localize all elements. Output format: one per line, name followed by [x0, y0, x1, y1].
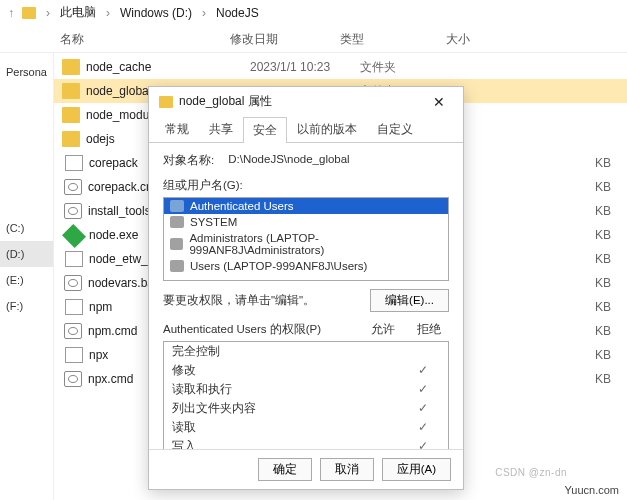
- permission-name: 读取: [172, 420, 196, 435]
- user-item[interactable]: Users (LAPTOP-999ANF8J\Users): [164, 258, 448, 274]
- allow-check-icon: ✓: [418, 401, 428, 416]
- user-item[interactable]: SYSTEM: [164, 214, 448, 230]
- file-size: KB: [595, 204, 611, 218]
- user-item[interactable]: Authenticated Users: [164, 198, 448, 214]
- permission-row: 完全控制: [164, 342, 448, 361]
- allow-header: 允许: [371, 322, 395, 337]
- sidebar-item[interactable]: (C:): [0, 215, 53, 241]
- permission-row: 列出文件夹内容✓: [164, 399, 448, 418]
- user-icon: [170, 260, 184, 272]
- user-label: Authenticated Users: [190, 200, 294, 212]
- watermark: Yuucn.com: [565, 484, 619, 496]
- sidebar-item[interactable]: (D:): [0, 241, 53, 267]
- file-size: KB: [595, 372, 611, 386]
- user-label: Users (LAPTOP-999ANF8J\Users): [190, 260, 367, 272]
- permission-name: 写入: [172, 439, 196, 449]
- file-icon: [65, 347, 83, 363]
- folder-icon: [62, 131, 80, 147]
- tab-general[interactable]: 常规: [155, 116, 199, 142]
- folder-icon: [62, 83, 80, 99]
- sidebar-item[interactable]: Persona: [0, 59, 53, 85]
- file-row[interactable]: node_cache2023/1/1 10:23文件夹: [54, 55, 627, 79]
- sidebar-item[interactable]: (E:): [0, 267, 53, 293]
- file-size: KB: [595, 276, 611, 290]
- file-size: KB: [595, 228, 611, 242]
- folder-icon: [159, 96, 173, 108]
- user-icon: [170, 200, 184, 212]
- permission-name: 完全控制: [172, 344, 220, 359]
- permission-name: 列出文件夹内容: [172, 401, 256, 416]
- group-users-label: 组或用户名(G):: [163, 178, 449, 193]
- allow-check-icon: ✓: [418, 420, 428, 435]
- sidebar-item[interactable]: (F:): [0, 293, 53, 319]
- column-headers: 名称 修改日期 类型 大小: [0, 27, 627, 53]
- user-label: Administrators (LAPTOP-999ANF8J\Administ…: [189, 232, 442, 256]
- tab-custom[interactable]: 自定义: [367, 116, 423, 142]
- permission-row: 修改✓: [164, 361, 448, 380]
- dialog-title: node_global 属性: [179, 93, 272, 110]
- edit-hint: 要更改权限，请单击"编辑"。: [163, 293, 315, 308]
- properties-dialog: node_global 属性 ✕ 常规 共享 安全 以前的版本 自定义 对象名称…: [148, 86, 464, 490]
- header-name[interactable]: 名称: [60, 31, 230, 48]
- file-icon: [65, 299, 83, 315]
- file-size: KB: [595, 252, 611, 266]
- object-name-value: D:\NodeJS\node_global: [228, 153, 349, 168]
- dialog-tabs: 常规 共享 安全 以前的版本 自定义: [149, 116, 463, 143]
- cancel-button[interactable]: 取消: [320, 458, 374, 481]
- user-icon: [170, 216, 184, 228]
- file-name: node_cache: [86, 60, 250, 74]
- header-date[interactable]: 修改日期: [230, 31, 340, 48]
- file-size: KB: [595, 300, 611, 314]
- ok-button[interactable]: 确定: [258, 458, 312, 481]
- gear-icon: [64, 275, 82, 291]
- header-type[interactable]: 类型: [340, 31, 410, 48]
- allow-check-icon: ✓: [418, 382, 428, 397]
- permission-name: 读取和执行: [172, 382, 232, 397]
- header-size[interactable]: 大小: [410, 31, 470, 48]
- edit-button[interactable]: 编辑(E)...: [370, 289, 449, 312]
- permission-name: 修改: [172, 363, 196, 378]
- chevron-right-icon: ›: [104, 6, 112, 20]
- tab-security[interactable]: 安全: [243, 117, 287, 143]
- user-item[interactable]: Administrators (LAPTOP-999ANF8J\Administ…: [164, 230, 448, 258]
- user-icon: [170, 238, 183, 250]
- object-name-label: 对象名称:: [163, 153, 214, 168]
- crumb-pc[interactable]: 此电脑: [60, 4, 96, 21]
- tab-previous-versions[interactable]: 以前的版本: [287, 116, 367, 142]
- folder-icon: [62, 107, 80, 123]
- permission-row: 读取✓: [164, 418, 448, 437]
- gear-icon: [64, 371, 82, 387]
- folder-icon: [22, 7, 36, 19]
- file-type: 文件夹: [360, 59, 430, 76]
- dialog-titlebar: node_global 属性 ✕: [149, 87, 463, 116]
- faint-watermark: CSDN @zn-dn: [495, 467, 567, 478]
- tab-share[interactable]: 共享: [199, 116, 243, 142]
- deny-header: 拒绝: [417, 322, 441, 337]
- gear-icon: [64, 203, 82, 219]
- drive-sidebar: Persona (C:) (D:) (E:) (F:): [0, 53, 54, 500]
- gear-icon: [64, 179, 82, 195]
- file-date: 2023/1/1 10:23: [250, 60, 360, 74]
- permissions-label: Authenticated Users 的权限(P): [163, 322, 321, 337]
- file-size: KB: [595, 348, 611, 362]
- chevron-right-icon: ›: [44, 6, 52, 20]
- exe-icon: [62, 224, 86, 248]
- apply-button[interactable]: 应用(A): [382, 458, 451, 481]
- permissions-list[interactable]: 完全控制修改✓读取和执行✓列出文件夹内容✓读取✓写入✓: [163, 341, 449, 449]
- permission-row: 读取和执行✓: [164, 380, 448, 399]
- crumb-folder[interactable]: NodeJS: [216, 6, 259, 20]
- file-size: KB: [595, 180, 611, 194]
- file-icon: [65, 251, 83, 267]
- folder-icon: [62, 59, 80, 75]
- chevron-right-icon: ›: [200, 6, 208, 20]
- file-size: KB: [595, 324, 611, 338]
- user-label: SYSTEM: [190, 216, 237, 228]
- close-button[interactable]: ✕: [425, 94, 453, 110]
- allow-check-icon: ✓: [418, 439, 428, 449]
- up-arrow-icon[interactable]: ↑: [8, 6, 14, 20]
- users-listbox[interactable]: Authenticated UsersSYSTEMAdministrators …: [163, 197, 449, 281]
- crumb-drive[interactable]: Windows (D:): [120, 6, 192, 20]
- allow-check-icon: ✓: [418, 363, 428, 378]
- permission-row: 写入✓: [164, 437, 448, 449]
- file-icon: [65, 155, 83, 171]
